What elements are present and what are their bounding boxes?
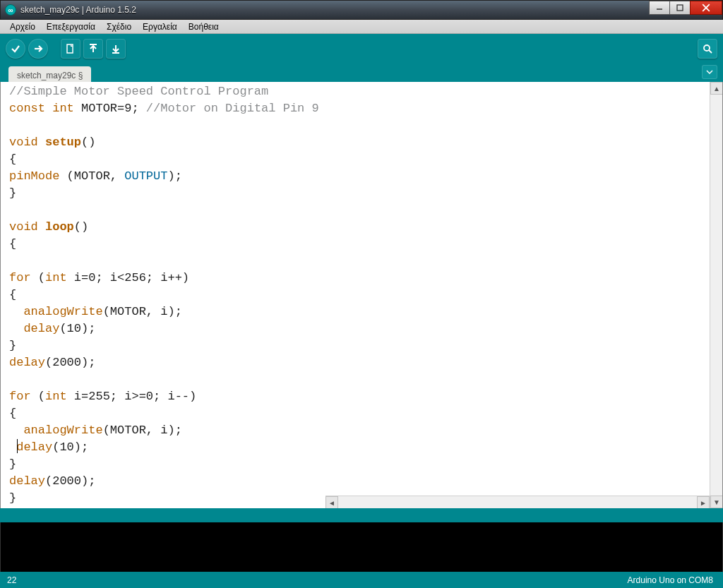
vertical-scrollbar[interactable]: ▲ ▼ [710,82,722,508]
upload-button[interactable] [28,39,48,59]
sketch-tab-label: sketch_may29c § [17,71,83,80]
minimize-button[interactable] [649,1,670,15]
menu-help[interactable]: Βοήθεια [183,20,225,33]
code-editor[interactable]: //Simple Motor Speed Control Program con… [0,82,723,508]
text-cursor [17,439,18,453]
scroll-down-icon[interactable]: ▼ [710,496,723,508]
scroll-up-icon[interactable]: ▲ [710,82,723,95]
menu-file[interactable]: Αρχείο [4,20,41,33]
arduino-app-icon: ∞ [5,4,16,16]
toolbar [0,34,723,64]
status-bar: 22 Arduino Uno on COM8 [0,572,723,588]
output-console[interactable] [0,522,723,572]
new-button[interactable] [61,39,80,59]
window-titlebar: ∞ sketch_may29c | Arduino 1.5.2 [0,0,723,20]
menu-tools[interactable]: Εργαλεία [137,20,183,33]
sketch-tab[interactable]: sketch_may29c § [8,66,91,82]
code-content: //Simple Motor Speed Control Program con… [1,82,722,508]
save-button[interactable] [106,39,126,59]
tab-bar: sketch_may29c § [0,64,723,82]
menu-edit[interactable]: Επεξεργασία [41,20,101,33]
message-bar [0,508,723,522]
close-button[interactable] [690,1,722,15]
tab-menu-button[interactable] [702,65,717,79]
svg-point-7 [704,45,710,51]
verify-button[interactable] [6,39,25,59]
scroll-right-icon[interactable]: ► [697,496,710,508]
window-title: sketch_may29c | Arduino 1.5.2 [20,5,136,15]
horizontal-scrollbar[interactable]: ◄ ► [325,496,710,508]
menu-bar: Αρχείο Επεξεργασία Σχέδιο Εργαλεία Βοήθε… [0,20,723,34]
window-controls [650,1,722,15]
menu-sketch[interactable]: Σχέδιο [101,20,137,33]
svg-line-8 [709,50,712,53]
maximize-button[interactable] [669,1,691,15]
serial-monitor-button[interactable] [698,39,717,59]
scroll-left-icon[interactable]: ◄ [325,496,338,508]
status-line-number: 22 [7,575,16,585]
status-board-port: Arduino Uno on COM8 [628,575,713,585]
svg-rect-1 [677,5,683,11]
open-button[interactable] [83,39,103,59]
